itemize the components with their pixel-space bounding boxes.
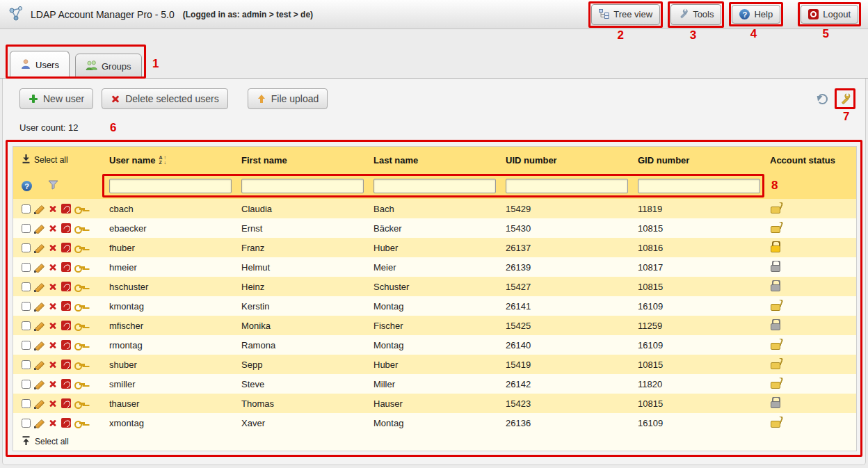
status-expired-icon[interactable] bbox=[770, 261, 780, 271]
password-key-icon[interactable] bbox=[74, 282, 85, 292]
row-checkbox[interactable] bbox=[22, 243, 31, 252]
edit-user-icon[interactable] bbox=[34, 398, 45, 409]
select-all-up-icon[interactable] bbox=[22, 436, 31, 447]
filter-help-icon[interactable]: ? bbox=[22, 181, 32, 191]
status-unlocked-icon[interactable] bbox=[770, 358, 780, 369]
filter-input-username[interactable] bbox=[109, 179, 232, 193]
pdf-export-icon[interactable] bbox=[61, 398, 71, 408]
row-checkbox[interactable] bbox=[22, 302, 31, 311]
column-header-firstname[interactable]: First name bbox=[236, 155, 368, 166]
edit-user-icon[interactable] bbox=[34, 204, 45, 214]
column-header-username[interactable]: User name bbox=[109, 155, 155, 166]
password-key-icon[interactable] bbox=[74, 340, 85, 350]
status-expired-icon[interactable] bbox=[770, 319, 780, 330]
edit-user-icon[interactable] bbox=[34, 243, 45, 253]
pdf-export-icon[interactable] bbox=[61, 204, 71, 213]
status-expired-icon[interactable] bbox=[770, 280, 780, 291]
logout-button[interactable]: Logout bbox=[801, 5, 858, 24]
select-all-top-label[interactable]: Select all bbox=[34, 155, 68, 165]
tools-button[interactable]: Tools bbox=[670, 4, 721, 25]
edit-user-icon[interactable] bbox=[34, 340, 45, 350]
tab-users[interactable]: Users bbox=[10, 51, 70, 79]
delete-user-icon[interactable] bbox=[49, 380, 58, 389]
pdf-export-icon[interactable] bbox=[61, 379, 71, 389]
delete-user-icon[interactable] bbox=[49, 341, 58, 350]
pdf-export-icon[interactable] bbox=[61, 418, 71, 428]
edit-user-icon[interactable] bbox=[34, 282, 45, 292]
filter-funnel-icon[interactable] bbox=[48, 180, 58, 192]
password-key-icon[interactable] bbox=[74, 379, 85, 389]
sort-az-icon[interactable]: AZ ↑↓ bbox=[159, 155, 166, 165]
pdf-export-icon[interactable] bbox=[61, 243, 71, 252]
select-all-down-icon[interactable] bbox=[22, 154, 31, 166]
row-checkbox[interactable] bbox=[22, 263, 31, 272]
pdf-export-icon[interactable] bbox=[61, 223, 71, 233]
delete-user-icon[interactable] bbox=[49, 263, 58, 272]
column-header-lastname[interactable]: Last name bbox=[368, 155, 500, 166]
pdf-export-icon[interactable] bbox=[61, 262, 71, 272]
delete-selected-users-button[interactable]: Delete selected users bbox=[102, 88, 228, 109]
edit-user-icon[interactable] bbox=[34, 223, 45, 234]
filter-input-lastname[interactable] bbox=[373, 179, 496, 193]
row-checkbox[interactable] bbox=[22, 282, 31, 291]
delete-user-icon[interactable] bbox=[49, 282, 58, 291]
delete-user-icon[interactable] bbox=[49, 204, 58, 213]
status-unlocked-icon[interactable] bbox=[770, 378, 780, 388]
pdf-export-icon[interactable] bbox=[61, 340, 71, 350]
status-expired-icon[interactable] bbox=[770, 397, 780, 408]
row-checkbox[interactable] bbox=[22, 419, 31, 428]
password-key-icon[interactable] bbox=[74, 398, 85, 409]
help-button[interactable]: ? Help bbox=[732, 5, 780, 24]
tab-groups[interactable]: Groups bbox=[75, 54, 142, 79]
status-unlocked-icon[interactable] bbox=[770, 300, 780, 310]
row-checkbox[interactable] bbox=[22, 360, 31, 369]
pdf-export-icon[interactable] bbox=[61, 301, 71, 311]
status-unlocked-icon[interactable] bbox=[770, 339, 780, 349]
delete-user-icon[interactable] bbox=[49, 321, 58, 330]
row-checkbox[interactable] bbox=[22, 341, 31, 350]
delete-user-icon[interactable] bbox=[49, 224, 58, 233]
password-key-icon[interactable] bbox=[74, 223, 85, 234]
pdf-export-icon[interactable] bbox=[61, 321, 71, 330]
password-key-icon[interactable] bbox=[74, 262, 85, 273]
refresh-icon[interactable] bbox=[817, 94, 828, 104]
status-unlocked-icon[interactable] bbox=[770, 417, 780, 427]
password-key-icon[interactable] bbox=[74, 301, 85, 312]
edit-user-icon[interactable] bbox=[34, 418, 45, 428]
filter-input-gid[interactable] bbox=[638, 179, 760, 193]
filter-input-firstname[interactable] bbox=[241, 179, 364, 193]
edit-user-icon[interactable] bbox=[34, 360, 45, 370]
row-checkbox[interactable] bbox=[22, 399, 31, 408]
pdf-export-icon[interactable] bbox=[61, 282, 71, 291]
tree-view-button[interactable]: Tree view bbox=[591, 4, 660, 25]
password-key-icon[interactable] bbox=[74, 360, 85, 370]
delete-user-icon[interactable] bbox=[49, 399, 58, 408]
edit-user-icon[interactable] bbox=[34, 262, 45, 273]
edit-user-icon[interactable] bbox=[34, 321, 45, 331]
file-upload-button[interactable]: File upload bbox=[248, 88, 328, 109]
column-header-gid[interactable]: GID number bbox=[632, 155, 764, 166]
password-key-icon[interactable] bbox=[74, 418, 85, 428]
row-checkbox[interactable] bbox=[22, 321, 31, 330]
row-checkbox[interactable] bbox=[22, 204, 31, 213]
row-checkbox[interactable] bbox=[22, 380, 31, 389]
filter-input-uid[interactable] bbox=[506, 179, 628, 193]
pdf-export-icon[interactable] bbox=[61, 360, 71, 369]
delete-user-icon[interactable] bbox=[49, 419, 58, 428]
status-locked-icon[interactable] bbox=[770, 241, 780, 252]
status-unlocked-icon[interactable] bbox=[770, 222, 780, 232]
password-key-icon[interactable] bbox=[74, 243, 85, 253]
status-unlocked-icon[interactable] bbox=[770, 202, 780, 213]
row-checkbox[interactable] bbox=[22, 224, 31, 233]
password-key-icon[interactable] bbox=[74, 321, 85, 331]
password-key-icon[interactable] bbox=[74, 204, 85, 214]
select-all-bottom-label[interactable]: Select all bbox=[35, 437, 69, 446]
edit-user-icon[interactable] bbox=[34, 379, 45, 389]
new-user-button[interactable]: New user bbox=[19, 88, 93, 109]
column-header-uid[interactable]: UID number bbox=[500, 155, 632, 166]
delete-user-icon[interactable] bbox=[49, 243, 58, 252]
settings-wrench-icon[interactable] bbox=[837, 91, 853, 106]
delete-user-icon[interactable] bbox=[49, 360, 58, 369]
edit-user-icon[interactable] bbox=[34, 301, 45, 312]
delete-user-icon[interactable] bbox=[49, 302, 58, 311]
